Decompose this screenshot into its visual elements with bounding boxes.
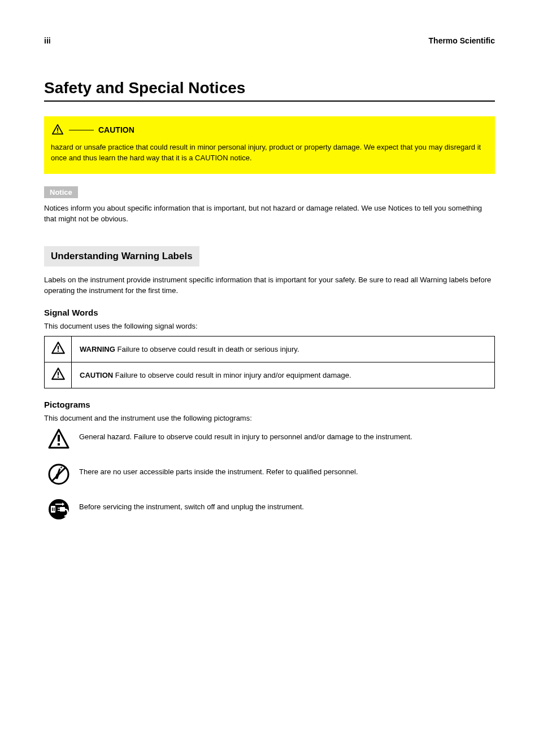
caution-head: CAUTION <box>51 123 485 137</box>
svg-rect-15 <box>54 508 55 511</box>
table-row: WARNING Failure to observe could result … <box>45 336 495 362</box>
signal-word-label: WARNING <box>80 345 115 353</box>
signal-words-heading: Signal Words <box>44 308 495 317</box>
warning-triangle-icon <box>51 123 64 137</box>
svg-rect-4 <box>57 372 58 375</box>
warning-triangle-icon <box>45 362 72 388</box>
svg-rect-14 <box>52 508 53 511</box>
pictogram-desc: General hazard. Failure to observe could… <box>79 428 495 443</box>
no-service-icon <box>44 463 79 486</box>
notice-badge: Notice <box>44 186 78 198</box>
caution-head-label: CAUTION <box>98 125 134 134</box>
signal-word-desc: Failure to observe could result in minor… <box>115 371 351 379</box>
caution-block: CAUTION hazard or unsafe practice that c… <box>44 116 495 174</box>
title-rule <box>44 100 495 102</box>
labels-heading: Understanding Warning Labels <box>44 246 199 266</box>
list-item: There are no user accessible parts insid… <box>44 463 495 486</box>
signal-word-desc: Failure to observe could result in death… <box>117 345 299 353</box>
warning-triangle-icon <box>45 336 72 362</box>
page-number: iii <box>44 36 51 45</box>
pictogram-desc: There are no user accessible parts insid… <box>79 463 495 478</box>
pictograms-intro: This document and the instrument use the… <box>44 414 495 422</box>
unplug-icon <box>44 498 79 521</box>
svg-rect-5 <box>57 376 58 377</box>
svg-rect-6 <box>58 435 60 442</box>
brand-label: Thermo Scientific <box>429 36 495 45</box>
svg-rect-2 <box>57 346 58 349</box>
svg-rect-13 <box>51 506 55 513</box>
pictograms-list: General hazard. Failure to observe could… <box>44 428 495 521</box>
caution-body-text: hazard or unsafe practice that could res… <box>51 142 485 164</box>
list-item: General hazard. Failure to observe could… <box>44 428 495 451</box>
list-item: Before servicing the instrument, switch … <box>44 498 495 521</box>
signal-words-intro: This document uses the following signal … <box>44 322 495 330</box>
signal-word-label: CAUTION <box>80 371 113 379</box>
caution-head-rule <box>69 130 94 130</box>
svg-rect-0 <box>57 128 58 131</box>
signal-word-cell: WARNING Failure to observe could result … <box>72 336 495 362</box>
page-title: Safety and Special Notices <box>44 79 495 97</box>
warning-triangle-icon <box>44 428 79 451</box>
pictogram-desc: Before servicing the instrument, switch … <box>79 498 495 513</box>
pictograms-heading: Pictograms <box>44 400 495 409</box>
svg-line-11 <box>51 467 66 482</box>
signal-words-table: WARNING Failure to observe could result … <box>44 336 495 388</box>
signal-word-cell: CAUTION Failure to observe could result … <box>72 362 495 388</box>
notice-block: Notice Notices inform you about specific… <box>44 186 495 225</box>
svg-rect-16 <box>60 507 65 512</box>
svg-rect-3 <box>57 350 58 351</box>
labels-intro-text: Labels on the instrument provide instrum… <box>44 274 495 296</box>
table-row: CAUTION Failure to observe could result … <box>45 362 495 388</box>
notice-body-text: Notices inform you about specific inform… <box>44 203 495 225</box>
svg-rect-1 <box>57 132 58 133</box>
svg-rect-7 <box>58 443 60 445</box>
